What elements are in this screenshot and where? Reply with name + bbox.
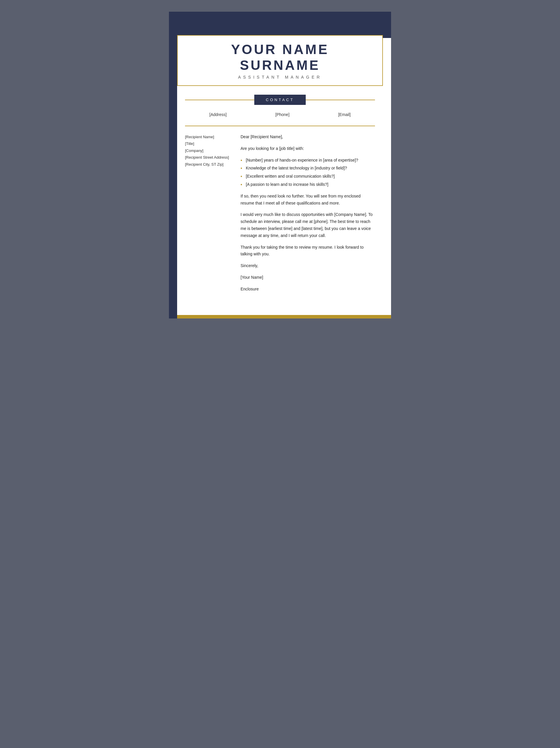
recipient-city-zip: [Recipient City, ST Zip]: [185, 161, 232, 168]
closing: Sincerely,: [240, 262, 375, 270]
salutation: Dear [Recipient Name],: [240, 134, 375, 141]
recipient-company: [Company]: [185, 147, 232, 154]
recipient-name: [Recipient Name]: [185, 134, 232, 140]
recipient-title: [Title]: [185, 140, 232, 147]
separator-line: [185, 126, 375, 126]
contact-info-row: [Address] [Phone] [Email]: [185, 112, 375, 117]
bullet-item-4: [A passion to learn and to increase his …: [240, 181, 375, 188]
paragraph-1: If so, then you need look no further. Yo…: [240, 193, 375, 207]
page: YOUR NAME SURNAME ASSISTANT MANAGER CONT…: [169, 12, 391, 319]
contact-badge: CONTACT: [254, 95, 306, 105]
applicant-name: YOUR NAME SURNAME: [192, 42, 368, 73]
bullet-item-1: [Number] years of hands-on experience in…: [240, 157, 375, 164]
right-column: Dear [Recipient Name], Are you looking f…: [240, 134, 375, 298]
gold-line-left: [185, 100, 254, 100]
address-field: [Address]: [209, 112, 227, 117]
applicant-job-title: ASSISTANT MANAGER: [192, 75, 368, 79]
content-area: CONTACT [Address] [Phone] [Email] [Recip…: [169, 86, 391, 309]
header-section: YOUR NAME SURNAME ASSISTANT MANAGER: [177, 35, 383, 86]
bullet-item-2: Knowledge of the latest technology in [i…: [240, 165, 375, 172]
enclosure: Enclosure: [240, 286, 375, 293]
phone-field: [Phone]: [275, 112, 289, 117]
signature: [Your Name]: [240, 274, 375, 281]
bullet-list: [Number] years of hands-on experience in…: [240, 157, 375, 188]
contact-section: CONTACT: [185, 95, 375, 105]
bottom-bar: [169, 315, 391, 319]
recipient-street: [Recipient Street Address]: [185, 154, 232, 161]
gold-line-right: [306, 100, 375, 100]
letter-body: [Recipient Name] [Title] [Company] [Reci…: [185, 134, 375, 298]
paragraph-3: Thank you for taking the time to review …: [240, 244, 375, 258]
bullet-item-3: [Excellent written and oral communicatio…: [240, 173, 375, 180]
left-column: [Recipient Name] [Title] [Company] [Reci…: [185, 134, 232, 298]
top-bar: [169, 12, 391, 38]
opening-line: Are you looking for a [job title] with:: [240, 145, 375, 152]
email-field: [Email]: [338, 112, 351, 117]
paragraph-2: I would very much like to discuss opport…: [240, 211, 375, 239]
recipient-info: [Recipient Name] [Title] [Company] [Reci…: [185, 134, 232, 168]
